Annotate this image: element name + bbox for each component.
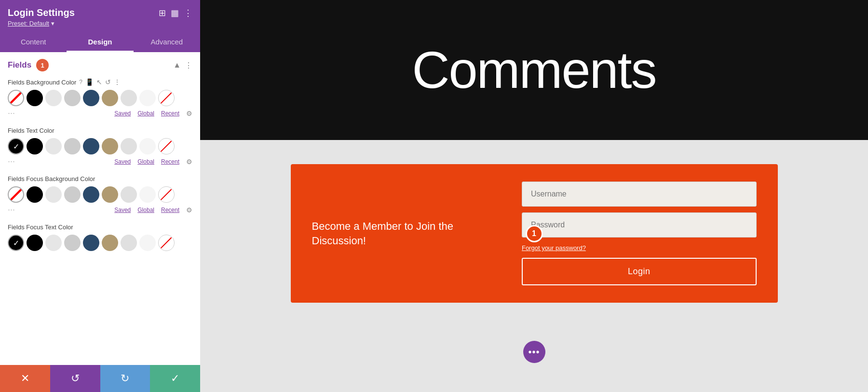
panel-tabs: Content Design Advanced [0,33,200,52]
color-footer-dots3[interactable]: ··· [8,205,15,215]
swatch-black4-active[interactable]: ✓ [8,235,24,251]
fields-title-row: Fields 1 [8,59,49,71]
fields-badge: 1 [36,59,49,71]
swatch-off-white4[interactable] [139,235,156,251]
swatch-black[interactable] [27,90,43,106]
login-card-right: Forgot your password? Login [522,182,757,285]
floating-more-button[interactable]: ••• [523,341,545,363]
fields-text-color-swatches: ✓ [8,138,192,154]
password-input[interactable] [522,212,757,238]
panel-content: Fields 1 ▲ ⋮ Fields Background Color ? 📱… [0,52,200,365]
color-footer-dots2[interactable]: ··· [8,156,15,167]
layout-icon[interactable]: ▦ [171,9,179,17]
fields-focus-bg-label: Fields Focus Background Color [8,175,192,182]
global-link[interactable]: Global [137,110,154,117]
swatch-tan[interactable] [102,90,118,106]
tooltip-icon[interactable]: ? [79,79,82,85]
login-card: Become a Member to Join the Discussion! … [291,164,778,303]
comments-title: Comments [412,44,656,96]
swatch-none2[interactable] [158,138,175,154]
swatch-light-gray6[interactable] [121,186,137,203]
fields-bg-color-label: Fields Background Color ? 📱 ↖ ↺ ⋮ [8,78,192,86]
panel-header-left: Login Settings Preset: Default ▾ [8,7,75,27]
fullscreen-icon[interactable]: ⊞ [159,9,166,17]
cancel-button[interactable]: ✕ [0,365,50,392]
tab-advanced[interactable]: Advanced [134,33,200,52]
swatch-gray[interactable] [64,90,81,106]
fields-focus-bg-footer: ··· Saved Global Recent ⚙ [8,205,192,215]
global-link3[interactable]: Global [137,207,154,213]
fields-focus-text-color-setting: Fields Focus Text Color ✓ [8,224,192,251]
login-button[interactable]: Login [522,258,757,285]
swatch-dark-blue4[interactable] [83,235,99,251]
undo-button[interactable]: ↺ [50,365,100,392]
swatch-light-gray2[interactable] [121,90,137,106]
recent-link3[interactable]: Recent [161,207,179,213]
login-area: Become a Member to Join the Discussion! … [200,140,868,392]
color-gear-icon2[interactable]: ⚙ [186,158,192,166]
panel-title: Login Settings [8,7,75,18]
swatch-dark-blue2[interactable] [83,138,99,154]
recent-link[interactable]: Recent [161,110,179,117]
color-gear-icon[interactable]: ⚙ [186,110,192,117]
left-panel: Login Settings Preset: Default ▾ ⊞ ▦ ⋮ C… [0,0,200,392]
swatch-transparent2[interactable] [8,186,24,203]
swatch-light-gray7[interactable] [45,235,62,251]
cursor-icon[interactable]: ↖ [96,78,102,86]
swatch-gray2[interactable] [64,138,81,154]
fields-bg-color-swatches [8,90,192,106]
swatch-black2[interactable] [27,138,43,154]
swatch-light-gray8[interactable] [121,235,137,251]
swatch-off-white2[interactable] [139,138,156,154]
panel-header-icons: ⊞ ▦ ⋮ [159,9,192,17]
swatch-tan3[interactable] [102,186,118,203]
fields-text-color-label: Fields Text Color [8,127,192,134]
save-button[interactable]: ✓ [150,365,200,392]
color-gear-icon3[interactable]: ⚙ [186,206,192,214]
swatch-black5[interactable] [27,235,43,251]
swatch-off-white3[interactable] [139,186,156,203]
login-card-left: Become a Member to Join the Discussion! [312,219,522,248]
more-options-icon[interactable]: ⋮ [114,78,121,86]
swatch-black-active[interactable]: ✓ [8,138,24,154]
swatch-gray3[interactable] [64,186,81,203]
swatch-light-gray[interactable] [45,90,62,106]
login-step-badge: 1 [526,225,543,242]
mobile-icon[interactable]: 📱 [85,78,94,86]
username-input[interactable] [522,182,757,207]
swatch-none4[interactable] [158,235,175,251]
swatch-tan2[interactable] [102,138,118,154]
panel-more-icon[interactable]: ⋮ [184,9,192,17]
swatch-off-white[interactable] [139,90,156,106]
redo-button[interactable]: ↻ [100,365,150,392]
comments-hero: Comments [200,0,868,140]
saved-link[interactable]: Saved [114,110,131,117]
swatch-dark-blue[interactable] [83,90,99,106]
swatch-light-gray3[interactable] [45,138,62,154]
reset-icon[interactable]: ↺ [105,78,111,86]
forgot-password-link[interactable]: Forgot your password? [522,243,757,252]
fields-focus-text-label: Fields Focus Text Color [8,224,192,231]
swatch-light-gray5[interactable] [45,186,62,203]
swatch-tan4[interactable] [102,235,118,251]
panel-footer: ✕ ↺ ↻ ✓ [0,365,200,392]
color-footer-dots[interactable]: ··· [8,108,15,118]
swatch-transparent[interactable] [8,90,24,106]
section-more-icon[interactable]: ⋮ [185,61,192,70]
swatch-none[interactable] [158,90,175,106]
swatch-none3[interactable] [158,186,175,203]
fields-text-color-setting: Fields Text Color ✓ ··· Saved Global Rec [8,127,192,167]
recent-link2[interactable]: Recent [161,158,179,165]
swatch-dark-blue3[interactable] [83,186,99,203]
global-link2[interactable]: Global [137,158,154,165]
swatch-gray4[interactable] [64,235,81,251]
tab-design[interactable]: Design [67,33,133,52]
saved-link3[interactable]: Saved [114,207,131,213]
section-collapse-icon[interactable]: ▲ [173,61,181,70]
tab-content[interactable]: Content [0,33,67,52]
fields-focus-text-swatches: ✓ [8,235,192,251]
swatch-black3[interactable] [27,186,43,203]
saved-link2[interactable]: Saved [114,158,131,165]
swatch-light-gray4[interactable] [121,138,137,154]
fields-focus-bg-color-setting: Fields Focus Background Color ··· Saved … [8,175,192,215]
